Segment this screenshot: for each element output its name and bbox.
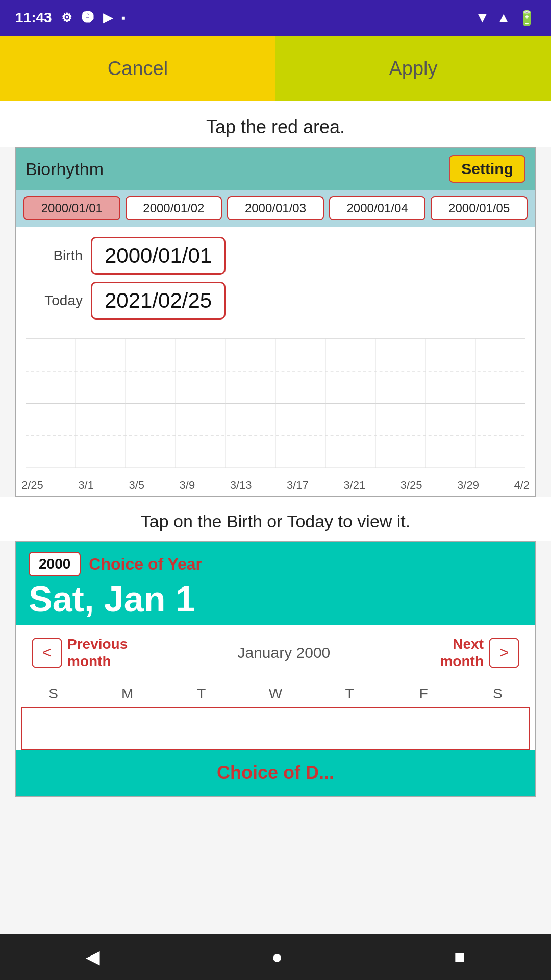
cal-bottom-partial: Choice of D... [16,750,535,796]
cal-nav: < Previousmonth January 2000 Nextmonth > [16,625,535,680]
wifi-icon: ▼ [475,10,490,26]
xlabel-3: 3/9 [180,479,195,492]
cal-cell[interactable] [312,708,384,749]
instruction-tap-birth: Tap on the Birth or Today to view it. [0,497,551,541]
xlabel-1: 3/1 [78,479,94,492]
bio-title: Biorhythm [26,159,104,179]
birth-label: Birth [32,248,83,264]
day-hdr-4: T [313,680,387,707]
date-tab-1[interactable]: 2000/01/02 [126,196,222,220]
cal-cell[interactable] [22,708,95,749]
date-tab-0[interactable]: 2000/01/01 [23,196,120,220]
day-hdr-1: M [90,680,164,707]
setting-button[interactable]: Setting [449,155,525,183]
day-hdr-3: W [238,680,312,707]
instruction-tap-red: Tap the red area. [0,101,551,147]
birth-row: Birth 2000/01/01 [32,237,519,275]
back-button[interactable]: ◀ [86,946,100,968]
cal-cell[interactable] [384,708,457,749]
nav-bar: ◀ ● ■ [0,934,551,980]
cal-cell[interactable] [239,708,312,749]
birth-value[interactable]: 2000/01/01 [91,237,226,275]
next-month-label: Nextmonth [440,635,484,670]
xlabel-4: 3/13 [230,479,252,492]
chart-xlabels: 2/25 3/1 3/5 3/9 3/13 3/17 3/21 3/25 3/2… [16,477,535,496]
day-hdr-2: T [164,680,238,707]
xlabel-5: 3/17 [287,479,309,492]
cal-choice-label: Choice of Year [89,555,202,574]
today-label: Today [32,292,83,309]
status-time: 11:43 [15,10,52,26]
status-bar: 11:43 ⚙ 🅐 ▶ ▪ ▼ ▲ 🔋 [0,0,551,36]
cal-grid-row-0 [21,707,530,750]
xlabel-9: 4/2 [514,479,530,492]
bio-header: Biorhythm Setting [16,148,535,190]
date-tab-2[interactable]: 2000/01/03 [227,196,324,220]
gear-icon: ⚙ [61,11,72,25]
date-fields: Birth 2000/01/01 Today 2021/02/25 [16,227,535,332]
xlabel-2: 3/5 [129,479,144,492]
cancel-button[interactable]: Cancel [0,36,276,101]
day-hdr-0: S [16,680,90,707]
cal-cell[interactable] [456,708,529,749]
apply-button[interactable]: Apply [276,36,551,101]
prev-month-label: Previousmonth [67,635,128,670]
xlabel-8: 3/29 [457,479,479,492]
battery-icon: 🔋 [518,10,536,27]
cal-big-date: Sat, Jan 1 [29,581,522,617]
biorhythm-chart [26,337,525,470]
shield-icon: ▶ [103,11,112,25]
day-hdr-6: S [461,680,535,707]
biorhythm-card: Biorhythm Setting 2000/01/01 2000/01/02 … [15,147,536,497]
cal-month-label: January 2000 [237,644,330,662]
date-tab-3[interactable]: 2000/01/04 [329,196,426,220]
today-value[interactable]: 2021/02/25 [91,282,226,320]
next-arrow-icon[interactable]: > [489,638,519,668]
cal-year-row: 2000 Choice of Year [29,552,522,576]
prev-month-button[interactable]: < Previousmonth [32,635,128,670]
date-tab-4[interactable]: 2000/01/05 [431,196,528,220]
xlabel-7: 3/25 [400,479,422,492]
cal-cell[interactable] [95,708,167,749]
recent-button[interactable]: ■ [454,946,465,968]
calendar-card: 2000 Choice of Year Sat, Jan 1 < Previou… [15,541,536,797]
chart-area [16,332,535,477]
clipboard-icon: ▪ [121,11,126,25]
prev-arrow-icon[interactable]: < [32,638,62,668]
cal-header: 2000 Choice of Year Sat, Jan 1 [16,542,535,625]
home-button[interactable]: ● [271,946,283,968]
xlabel-6: 3/21 [343,479,365,492]
today-row: Today 2021/02/25 [32,282,519,320]
cal-cell[interactable] [167,708,239,749]
day-hdr-5: F [387,680,461,707]
date-tabs: 2000/01/01 2000/01/02 2000/01/03 2000/01… [16,190,535,227]
cal-days-header: S M T W T F S [16,680,535,707]
signal-icon: ▲ [496,10,511,26]
top-buttons: Cancel Apply [0,36,551,101]
next-month-button[interactable]: Nextmonth > [440,635,519,670]
xlabel-0: 2/25 [21,479,43,492]
a-icon: 🅐 [82,11,94,25]
cal-year-badge[interactable]: 2000 [29,552,81,576]
